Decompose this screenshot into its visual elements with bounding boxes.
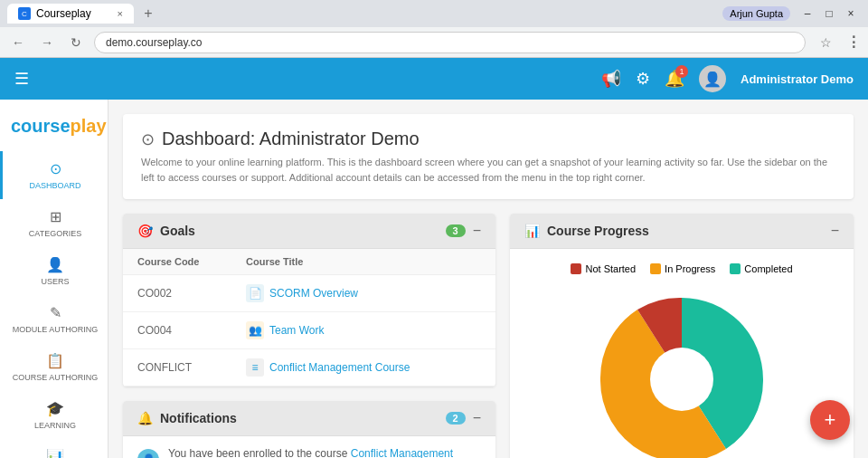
address-bar[interactable]: demo.courseplay.co [94,32,806,53]
bell-badge: 1 [675,65,688,78]
close-window-button[interactable]: × [841,4,861,24]
goals-title: Goals [160,224,439,238]
bell-icon[interactable]: 🔔 1 [665,69,684,89]
legend-not-started: Not Started [571,263,636,274]
course-progress-body: Not Started In Progress Completed [510,249,854,458]
table-row: CO004 👥 Team Work [123,312,495,349]
content-area: ⊙ Dashboard: Administrator Demo Welcome … [108,100,868,458]
maximize-button[interactable]: □ [819,4,839,24]
course-icon: ≡ [246,358,264,377]
course-code-cell: CO002 [123,275,231,312]
course-progress-card: 📊 Course Progress − Not Started [510,214,854,458]
sidebar-item-dashboard[interactable]: ⊙ DASHBOARD [0,151,108,199]
two-column-layout: 🎯 Goals 3 − Course Code Course Title [123,214,854,458]
back-button[interactable]: ← [7,32,29,53]
logo-area: courseplay [0,107,108,151]
megaphone-icon[interactable]: 📢 [601,69,621,89]
course-link[interactable]: 👥 Team Work [246,321,481,339]
course-authoring-icon: 📋 [46,352,64,369]
notifications-card: 🔔 Notifications 2 − 👤 You have been enro… [123,401,495,458]
right-column: 📊 Course Progress − Not Started [510,214,854,458]
dashboard-title-row: ⊙ Dashboard: Administrator Demo [141,129,835,149]
goals-header-icon: 🎯 [137,224,153,238]
col-course-code: Course Code [123,249,231,275]
logo-course: course [11,116,71,136]
course-code-cell: CO004 [123,312,231,349]
notif-course-link[interactable]: Conflict Management Course [168,447,453,458]
col-course-title: Course Title [231,249,495,275]
top-nav: ☰ 📢 ⚙ 🔔 1 👤 Administrator Demo [0,58,868,100]
notifications-minimize-button[interactable]: − [473,410,481,426]
goals-card-body: Course Code Course Title CO002 [123,249,495,386]
goals-minimize-button[interactable]: − [473,223,481,239]
notifications-title: Notifications [160,411,439,425]
tab-close-button[interactable]: × [118,8,123,19]
table-row: CO002 📄 SCORM Overview [123,275,495,312]
course-title-cell: ≡ Conflict Management Course [231,349,495,386]
legend-completed: Completed [730,263,792,274]
categories-icon: ⊞ [50,208,61,225]
goals-table: Course Code Course Title CO002 [123,249,495,386]
course-icon: 👥 [246,321,264,339]
sidebar-item-learning[interactable]: 🎓 LEARNING [0,391,108,439]
tab-title: Courseplay [36,7,91,20]
dashboard-description: Welcome to your online learning platform… [141,155,835,185]
completed-dot [730,263,741,274]
notif-text: You have been enrolled to the course Con… [168,447,481,458]
reports-icon: 📊 [46,448,64,458]
logo: courseplay [11,116,97,137]
sidebar-item-users[interactable]: 👤 USERS [0,247,108,295]
dashboard-header-icon: ⊙ [141,129,155,149]
page-title: Dashboard: Administrator Demo [162,129,420,149]
notifications-badge: 2 [446,412,466,425]
sidebar-label-users: USERS [41,277,69,286]
browser-menu-icon[interactable]: ⋮ [846,33,861,51]
svg-point-0 [650,348,713,411]
goals-badge: 3 [446,224,466,237]
sidebar-item-categories[interactable]: ⊞ CATEGORIES [0,199,108,247]
minimize-button[interactable]: – [797,4,817,24]
course-code-cell: CONFLICT [123,349,231,386]
avatar[interactable]: 👤 [699,65,726,92]
course-progress-minimize-button[interactable]: − [831,223,839,239]
course-link[interactable]: ≡ Conflict Management Course [246,358,481,377]
sidebar-item-reports[interactable]: 📊 REPORTS [0,439,108,458]
course-progress-icon: 📊 [524,224,540,238]
course-progress-title: Course Progress [547,224,824,238]
dashboard-header: ⊙ Dashboard: Administrator Demo Welcome … [123,114,854,199]
course-link[interactable]: 📄 SCORM Overview [246,284,481,302]
forward-button[interactable]: → [36,32,58,53]
sidebar: courseplay ⊙ DASHBOARD ⊞ CATEGORIES 👤 US… [0,100,108,458]
sidebar-item-module-authoring[interactable]: ✎ MODULE AUTHORING [0,295,108,343]
table-row: CONFLICT ≡ Conflict Management Course [123,349,495,386]
browser-tab[interactable]: C Courseplay × [7,4,134,24]
hamburger-menu-icon[interactable]: ☰ [14,69,29,89]
url-text: demo.courseplay.co [106,36,203,49]
completed-label: Completed [744,263,792,274]
new-tab-button[interactable]: + [137,3,159,24]
notifications-header-icon: 🔔 [137,411,153,425]
dashboard-icon: ⊙ [50,160,61,177]
sidebar-label-module-authoring: MODULE AUTHORING [13,325,99,334]
browser-user-label: Arjun Gupta [722,6,790,21]
window-controls: – □ × [797,4,861,24]
module-authoring-icon: ✎ [50,304,61,321]
in-progress-label: In Progress [665,263,715,274]
course-title-cell: 📄 SCORM Overview [231,275,495,312]
top-nav-right: 📢 ⚙ 🔔 1 👤 Administrator Demo [601,65,854,92]
reload-button[interactable]: ↻ [65,32,87,53]
notifications-body: 👤 You have been enrolled to the course C… [123,436,495,458]
browser-chrome: C Courseplay × + Arjun Gupta – □ × ← → ↻… [0,0,868,58]
bookmark-icon[interactable]: ☆ [820,35,832,50]
tab-favicon: C [18,7,31,20]
course-title-cell: 👥 Team Work [231,312,495,349]
settings-icon[interactable]: ⚙ [636,69,650,89]
not-started-dot [571,263,581,274]
fab-button[interactable]: + [810,400,850,440]
not-started-label: Not Started [585,263,636,274]
sidebar-item-course-authoring[interactable]: 📋 COURSE AUTHORING [0,343,108,391]
browser-titlebar: C Courseplay × + Arjun Gupta – □ × [0,0,868,27]
progress-legend: Not Started In Progress Completed [571,263,792,274]
sidebar-label-categories: CATEGORIES [29,229,81,238]
goals-card-header: 🎯 Goals 3 − [123,214,495,249]
